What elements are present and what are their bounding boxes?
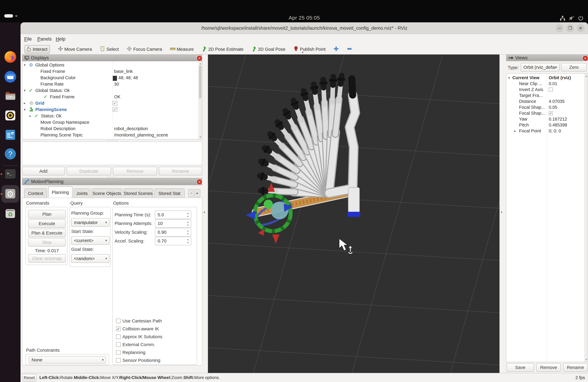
collapse-right-panel-icon[interactable]: ▸: [501, 210, 503, 214]
clock[interactable]: Apr 25 05:05: [289, 15, 320, 21]
spin-down-icon[interactable]: ▾: [186, 241, 190, 244]
tree-row-grid[interactable]: ▸Grid✓: [22, 100, 198, 106]
remove-view-button[interactable]: Remove: [536, 363, 561, 372]
spin-up-icon[interactable]: ▴: [186, 238, 190, 241]
toolbar-overflow-icon[interactable]: ▾: [302, 51, 303, 54]
displays-close-icon[interactable]: ✕: [197, 56, 202, 61]
tool-2d-pose-estimate[interactable]: 2D Pose Estimate: [202, 46, 243, 53]
checkbox-use-cartesian-path[interactable]: [116, 319, 121, 323]
remove-display-button[interactable]: Remove: [113, 167, 157, 175]
tree-row-fixed-frame[interactable]: ✓Fixed FrameOK: [22, 94, 198, 100]
tab-context[interactable]: Context: [24, 188, 47, 198]
checkbox-sensor-positioning[interactable]: [116, 358, 121, 362]
expanded-arrow-icon[interactable]: ▾: [24, 62, 26, 68]
volume-muted-icon[interactable]: [568, 15, 575, 21]
displays-scrollbar[interactable]: ▴ ▾: [199, 61, 202, 139]
tool-select[interactable]: Select: [100, 46, 119, 53]
property-checkbox[interactable]: [549, 88, 553, 92]
tool-interact[interactable]: Interact: [24, 45, 50, 54]
scrollbar-thumb[interactable]: [199, 66, 201, 98]
color-swatch[interactable]: [113, 76, 117, 81]
dock-item-terminal[interactable]: >_: [4, 167, 17, 181]
collapse-left-panel-icon[interactable]: ◂: [203, 210, 205, 214]
start-state-select[interactable]: <current>▾: [71, 236, 109, 245]
tree-row-global-options[interactable]: ▾⚙Global Options: [22, 62, 198, 68]
displays-panel-header[interactable]: Displays ✕: [22, 55, 202, 61]
motionplanning-panel-header[interactable]: MotionPlanning ✕: [22, 178, 202, 185]
dock-item-thunderbird[interactable]: [4, 70, 17, 83]
title-bar[interactable]: /home/sjl/workspace/install/share/moveit…: [21, 22, 588, 34]
network-icon[interactable]: [560, 15, 566, 21]
tab-planning[interactable]: Planning: [48, 186, 72, 198]
reset-button[interactable]: Reset: [22, 374, 36, 382]
remove-tool-button[interactable]: [347, 46, 352, 53]
expanded-arrow-icon[interactable]: ▾: [508, 75, 510, 81]
views-row-focal-shap-[interactable]: Focal Shap...✓: [506, 110, 585, 116]
tab-scroll-left-icon[interactable]: ◂: [188, 189, 194, 197]
tree-row-background-color[interactable]: Background Color48; 48; 48: [22, 75, 198, 81]
workspace-indicator[interactable]: [4, 14, 13, 18]
tree-row-frame-rate[interactable]: Frame Rate30: [22, 81, 198, 87]
checkbox-replanning[interactable]: [116, 350, 121, 355]
spin-down-icon[interactable]: ▾: [186, 233, 190, 235]
spin-up-icon[interactable]: ▴: [186, 212, 190, 214]
views-row-invert-z-axis[interactable]: Invert Z Axis: [506, 87, 585, 93]
spin-accel-scaling-[interactable]: 0.70▴▾: [155, 237, 191, 245]
menu-help[interactable]: Help: [56, 36, 65, 42]
spin-down-icon[interactable]: ▾: [186, 224, 190, 226]
execute-button[interactable]: Execute: [28, 219, 66, 228]
menu-panels[interactable]: Panels: [37, 36, 52, 42]
expanded-arrow-icon[interactable]: ▾: [24, 87, 26, 94]
expanded-arrow-icon[interactable]: ▾: [24, 106, 26, 113]
motionplanning-close-icon[interactable]: ✕: [197, 179, 202, 185]
spin-down-icon[interactable]: ▾: [186, 215, 190, 218]
tool-move-camera[interactable]: Move Camera: [58, 46, 92, 53]
minimize-button[interactable]: ─: [556, 24, 564, 32]
tree-row-fixed-frame[interactable]: Fixed Framebase_link: [22, 68, 198, 75]
views-row-pitch[interactable]: Pitch0.485398: [506, 122, 585, 128]
spin-up-icon[interactable]: ▴: [186, 221, 190, 223]
dock-item-libreoffice-impress[interactable]: [4, 128, 17, 141]
add-tool-button[interactable]: [333, 46, 339, 53]
views-row-current-view[interactable]: ▾Current ViewOrbit (rviz): [506, 75, 585, 81]
view-type-select[interactable]: Orbit (rviz_defau▾: [521, 63, 560, 72]
tree-row-status-ok[interactable]: ▸✓Status: Ok: [22, 113, 198, 119]
collapsed-arrow-icon[interactable]: ▸: [24, 100, 26, 106]
views-row-yaw[interactable]: Yaw0.167212: [506, 116, 585, 122]
save-view-button[interactable]: Save: [506, 363, 534, 372]
tree-row-robot-description[interactable]: Robot Descriptionrobot_description: [22, 125, 198, 132]
collapsed-arrow-icon[interactable]: ▸: [514, 128, 516, 134]
clear-octomap-button[interactable]: Clear octomap: [28, 254, 66, 263]
scroll-down-icon[interactable]: ▾: [585, 358, 588, 361]
tab-scene-objects[interactable]: Scene Objects: [91, 188, 122, 198]
tool-publish-point[interactable]: Publish Point: [293, 46, 326, 53]
tree-row-move-group-namespace[interactable]: Move Group Namespace: [22, 119, 198, 125]
property-checkbox[interactable]: ✓: [113, 107, 117, 112]
scroll-up-icon[interactable]: ▴: [199, 62, 202, 65]
dock-item-firefox[interactable]: [4, 50, 17, 64]
collapsed-arrow-icon[interactable]: ▸: [29, 113, 31, 119]
power-icon[interactable]: [578, 15, 584, 21]
plan-button[interactable]: Plan: [28, 210, 66, 219]
tab-stored-stat[interactable]: Stored Stat: [154, 188, 185, 198]
views-row-target-fra-[interactable]: Target Fra...: [506, 93, 585, 99]
scroll-up-icon[interactable]: ▴: [585, 75, 588, 77]
views-scrollbar[interactable]: ▴ ▾: [585, 74, 588, 362]
tool-2d-goal-pose[interactable]: 2D Goal Pose: [252, 46, 286, 53]
dock-item-files[interactable]: [4, 89, 17, 102]
spin-planning-attempts-[interactable]: 10▴▾: [155, 219, 191, 228]
views-panel-header[interactable]: Views ✕: [506, 55, 588, 61]
planning-group-select[interactable]: manipulator▾: [71, 218, 109, 227]
path-constraints-select[interactable]: None▾: [29, 356, 106, 363]
goal-state-select[interactable]: <random>▾: [71, 254, 109, 263]
rename-display-button[interactable]: Rename: [159, 167, 202, 175]
restore-button[interactable]: ❐: [566, 24, 574, 32]
tab-scroll-right-icon[interactable]: ▸: [195, 189, 200, 197]
checkbox-collision-aware-ik[interactable]: ✓: [116, 326, 121, 331]
duplicate-display-button[interactable]: Duplicate: [67, 167, 111, 175]
spin-planning-time-s-[interactable]: 5.0▴▾: [155, 211, 191, 219]
views-row-focal-shap-[interactable]: Focal Shap...0.05: [506, 104, 585, 110]
views-row-focal-point[interactable]: ▸Focal Point0; 0; 0: [506, 128, 585, 134]
viewport-3d[interactable]: [208, 55, 500, 373]
stop-button[interactable]: Stop: [28, 238, 66, 247]
